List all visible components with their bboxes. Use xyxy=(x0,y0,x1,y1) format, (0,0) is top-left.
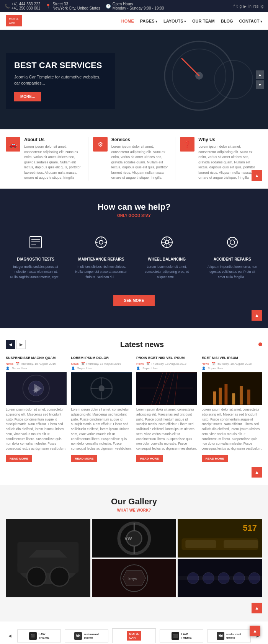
gallery-item-4[interactable]: 517 xyxy=(178,519,262,558)
phone-info: 📞 +41 444 333 222 +41 356 030 001 xyxy=(5,2,40,10)
nav-home[interactable]: HOME xyxy=(121,19,134,23)
gallery-title: Our Gallery xyxy=(6,497,262,507)
news-card-4-title: EGET NISI VEL IPSUM xyxy=(202,356,263,360)
hero-arrow-down[interactable]: ▼ xyxy=(256,80,264,89)
news-card-2-read-more[interactable]: READ MORE xyxy=(71,455,98,462)
news-card-1-author: 👤 Super User xyxy=(6,367,67,370)
gallery-item-3[interactable]: keys xyxy=(92,559,176,597)
hero-arrow-up[interactable]: ▲ xyxy=(256,70,264,79)
gallery-section: Our Gallery WHAT WE WORK? xyxy=(0,485,268,621)
news-section: ◀ ▶ Latest news SUSPENDISSE MAGNA QUAM N… xyxy=(0,328,268,485)
scroll-to-top-button[interactable]: ▲ xyxy=(250,626,260,636)
news-card-3-meta: News 📅 Thursday, 18 August 2016 xyxy=(136,362,197,365)
svg-rect-44 xyxy=(232,393,235,405)
maintenance-icon xyxy=(75,235,127,253)
news-next-button[interactable]: ▶ xyxy=(16,340,26,349)
nav-pages[interactable]: PAGES xyxy=(140,19,157,23)
diagnostic-text: Integer mollis sodales purus, at molesti… xyxy=(10,264,62,280)
feature-why-title: Why Us xyxy=(198,137,258,142)
twitter-icon[interactable]: t xyxy=(237,4,238,8)
news-card-3-read-more[interactable]: READ MORE xyxy=(136,455,163,462)
news-category-tag-3: News xyxy=(136,362,144,365)
see-more-button[interactable]: SEE MORE xyxy=(113,295,155,306)
hero-title: BEST CAR SERVICES xyxy=(14,60,106,70)
help-scroll-up[interactable]: ▲ xyxy=(252,310,262,321)
news-scroll-up[interactable]: ▲ xyxy=(252,467,262,478)
news-card-3-author: 👤 Super User xyxy=(136,367,197,370)
svg-line-16 xyxy=(163,238,166,241)
news-category-tag: News xyxy=(6,362,13,365)
phone1: +41 444 333 222 xyxy=(11,2,40,6)
instagram-icon[interactable]: ig xyxy=(260,4,263,8)
gallery-header: Our Gallery WHAT WE WORK? xyxy=(6,497,262,512)
wheel-title: WHEEL BALANCING xyxy=(141,257,193,261)
gallery-item-5[interactable] xyxy=(178,559,262,597)
svg-rect-33 xyxy=(136,373,197,405)
features-scroll-up[interactable]: ▲ xyxy=(252,170,262,181)
hero-more-button[interactable]: MORE... xyxy=(14,92,41,101)
nav-layouts[interactable]: LAYOUTS xyxy=(163,19,186,23)
author-name-4: Super User xyxy=(208,367,223,370)
rss-icon[interactable]: rss xyxy=(253,4,258,8)
brands-section: ◀ ⬛ LAWTHEME 🍽 restauranttheme MOTO.CAR … xyxy=(0,621,268,644)
brand-name-5: restauranttheme xyxy=(226,633,241,639)
news-category-tag-4: News xyxy=(202,362,209,365)
features-wrapper: 🚗 About Us Lorem ipsum dolor sit amet, c… xyxy=(0,129,268,189)
address-label: Street 33 xyxy=(52,2,100,6)
brand-icon-5: 🍽 xyxy=(217,632,224,640)
help-grid: DIAGNOSTIC TESTS Integer mollis sodales … xyxy=(6,229,262,286)
feature-about-icon: 🚗 xyxy=(6,137,20,152)
hours-time: Monday - Sunday 9:00 - 19:00 xyxy=(113,6,164,10)
nav-team[interactable]: OUR TEAM xyxy=(192,19,215,23)
accident-text: Aliquam imperdiet lorem urna, non egesta… xyxy=(206,264,258,280)
linkedin-icon[interactable]: in xyxy=(248,4,252,8)
youtube-icon[interactable]: ▶ xyxy=(243,4,247,8)
svg-rect-42 xyxy=(219,388,222,405)
gallery-subtitle: WHAT WE WORK? xyxy=(6,508,262,512)
svg-point-5 xyxy=(99,240,103,244)
news-card-2-text: Lorem ipsum dolor sit amet, consectetur … xyxy=(71,407,132,451)
news-prev-button[interactable]: ◀ xyxy=(6,340,15,349)
nav-contact[interactable]: CONTACT xyxy=(239,19,262,23)
news-title: Latest news xyxy=(30,340,254,349)
news-card-4-read-more[interactable]: READ MORE xyxy=(202,455,228,462)
gallery-item-1[interactable] xyxy=(6,519,90,597)
gallery-image-3: keys xyxy=(92,559,176,597)
author-icon-2: 👤 xyxy=(71,367,75,370)
brand-logo-3: MOTO.CAR xyxy=(127,631,141,641)
feature-about-title: About Us xyxy=(24,137,83,142)
author-name: Super User xyxy=(12,367,27,370)
gallery-scroll-up[interactable]: ▲ xyxy=(252,603,262,613)
news-card-2: LOREM IPSUM DOLOR News 📅 Thursday, 18 Au… xyxy=(71,356,132,462)
svg-point-20 xyxy=(227,237,237,247)
facebook-icon[interactable]: f xyxy=(234,4,235,8)
hero-arrows: ▲ ▼ xyxy=(256,70,264,89)
news-dot xyxy=(258,342,262,346)
news-card-3-image xyxy=(136,372,197,405)
help-card-accident: ACCIDENT REPAIRS Aliquam imperdiet lorem… xyxy=(203,229,262,286)
svg-rect-63 xyxy=(186,540,216,548)
phone2: +41 356 030 001 xyxy=(11,6,40,10)
news-card-4: EGET NISI VEL IPSUM News 📅 Thursday, 18 … xyxy=(202,356,263,462)
svg-line-19 xyxy=(163,243,166,246)
brands-list: ⬛ LAWTHEME 🍽 restauranttheme MOTO.CAR ⬛ … xyxy=(17,628,251,643)
news-scroll: ▲ xyxy=(6,467,262,478)
feature-why-content: Why Us Lorem ipsum dolor sit amet, conse… xyxy=(198,137,258,181)
brand-icon-4: ⬛ xyxy=(172,632,179,640)
svg-point-51 xyxy=(50,567,69,586)
gallery-col-3: 517 xyxy=(178,519,262,597)
address-city: NewYork City, United States xyxy=(52,6,100,10)
brand-item-2: 🍽 restauranttheme xyxy=(65,629,108,642)
gallery-item-2[interactable]: VW xyxy=(92,519,176,558)
logo[interactable]: MOTO. CAR xyxy=(6,15,22,26)
svg-text:517: 517 xyxy=(243,523,257,533)
brands-prev-button[interactable]: ◀ xyxy=(6,632,14,640)
news-card-3: PROIN EGET NISI VEL IPSUM News 📅 Thursda… xyxy=(136,356,197,462)
gplus-icon[interactable]: g xyxy=(240,4,242,8)
accident-icon xyxy=(206,235,258,253)
news-card-1-read-more[interactable]: READ MORE xyxy=(6,455,32,462)
nav-links: HOME PAGES LAYOUTS OUR TEAM BLOG CONTACT xyxy=(121,19,262,23)
nav-blog[interactable]: BLOG xyxy=(221,19,233,23)
news-card-4-meta: News 📅 Thursday, 18 August 2016 xyxy=(202,362,263,365)
author-icon-4: 👤 xyxy=(202,367,206,370)
